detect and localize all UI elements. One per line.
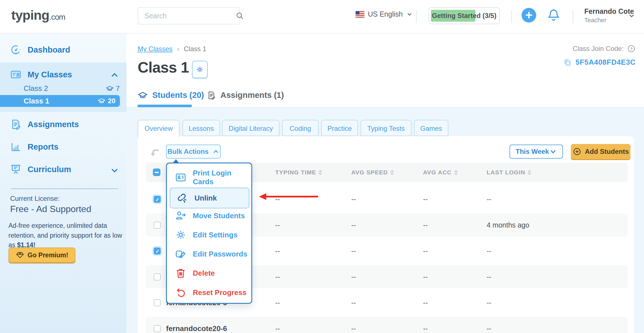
row-checkbox[interactable] xyxy=(154,325,161,332)
circle-plus-icon xyxy=(573,147,582,156)
sidebar-class-1-selected[interactable]: Class 1 20 xyxy=(0,95,120,107)
active-tab-underline xyxy=(138,105,192,107)
menu-item-move-students[interactable]: Move Students xyxy=(167,209,251,222)
svg-text:?: ? xyxy=(630,46,632,51)
tab-assignments-label: Assignments (1) xyxy=(220,91,284,100)
date-range-value: This Week xyxy=(516,148,549,156)
breadcrumb-current: Class 1 xyxy=(184,45,206,53)
sidebar-item-reports[interactable]: Reports xyxy=(10,141,59,152)
menu-label: Edit Settings xyxy=(193,231,238,239)
menu-item-unlink[interactable]: Unlink xyxy=(170,188,249,208)
breadcrumb-my-classes-link[interactable]: My Classes xyxy=(138,45,173,53)
trash-icon xyxy=(175,267,187,279)
plus-icon: + xyxy=(525,9,533,21)
curriculum-expand-chevron-icon[interactable] xyxy=(110,167,119,174)
row-checkbox[interactable] xyxy=(154,299,161,306)
breadcrumb: My Classes › Class 1 xyxy=(138,45,206,53)
subtab-practice[interactable]: Practice xyxy=(321,120,358,136)
add-students-button[interactable]: Add Students xyxy=(571,144,630,159)
user-menu-chevron-icon[interactable] xyxy=(628,12,636,20)
add-students-label: Add Students xyxy=(585,148,629,156)
user-menu[interactable]: Fernando Cote Teacher xyxy=(584,7,634,24)
row-checkbox[interactable] xyxy=(154,196,161,203)
subtab-lessons-label: Lessons xyxy=(189,125,214,132)
getting-started-progress[interactable]: Getting Started (3/5) xyxy=(428,7,500,24)
menu-label: Edit Passwords xyxy=(193,250,247,258)
search-input[interactable] xyxy=(144,12,236,20)
sidebar-item-my-classes[interactable]: My Classes xyxy=(10,69,72,80)
breadcrumb-separator: › xyxy=(177,45,179,53)
apply-to-selected-arrow-icon xyxy=(148,147,160,159)
date-range-select[interactable]: This Week xyxy=(509,145,563,159)
subtab-overview[interactable]: Overview xyxy=(138,120,180,137)
language-selector[interactable]: US English xyxy=(355,10,413,18)
row-checkbox[interactable] xyxy=(154,248,161,255)
column-avg-speed[interactable]: AVG SPEED xyxy=(351,163,394,182)
go-premium-button[interactable]: Go Premium! xyxy=(8,248,75,263)
menu-item-edit-settings[interactable]: Edit Settings xyxy=(167,228,251,242)
menu-label: Reset Progress xyxy=(193,288,247,297)
sidebar-class-2[interactable]: Class 2 7 xyxy=(24,84,120,93)
subtab-lessons[interactable]: Lessons xyxy=(182,120,220,136)
row-checkbox[interactable] xyxy=(154,273,161,280)
bulk-actions-button[interactable]: Bulk Actions xyxy=(166,145,221,159)
bulk-actions-label: Bulk Actions xyxy=(167,148,209,156)
select-all-checkbox-indeterminate[interactable] xyxy=(153,168,160,176)
getting-started-label: Getting Started (3/5) xyxy=(429,8,499,24)
sidebar-item-assignments[interactable]: Assignments xyxy=(10,119,79,130)
sidebar-label-my-classes: My Classes xyxy=(28,70,72,79)
sort-arrows-icon[interactable] xyxy=(390,170,394,175)
help-question-icon[interactable]: ? xyxy=(627,44,636,53)
sidebar: Dashboard My Classes Class 2 7 Class 1 2… xyxy=(0,33,126,333)
menu-notch xyxy=(173,159,179,163)
subtab-typing-tests[interactable]: Typing Tests xyxy=(361,120,412,136)
menu-item-delete[interactable]: Delete xyxy=(167,266,251,280)
class-settings-button[interactable] xyxy=(192,61,208,78)
topbar-divider xyxy=(511,10,512,23)
subtab-digital-literacy[interactable]: Digital Literacy xyxy=(222,120,279,136)
top-bar: typing.com US English Getting Started (3… xyxy=(0,0,644,33)
arrow-line xyxy=(266,196,318,197)
menu-item-edit-passwords[interactable]: Edit Passwords xyxy=(167,247,251,261)
sidebar-item-curriculum[interactable]: Curriculum xyxy=(10,164,71,175)
student-row: fernandocote20-6 -------- xyxy=(146,316,628,333)
tab-students[interactable]: Students (20) xyxy=(138,91,204,100)
sort-arrows-icon[interactable] xyxy=(454,170,458,175)
sidebar-label-curriculum: Curriculum xyxy=(28,165,71,174)
menu-item-print-login-cards[interactable]: Print Login Cards xyxy=(167,171,251,184)
column-typing-time[interactable]: TYPING TIME xyxy=(275,163,322,182)
notifications-button[interactable] xyxy=(546,7,561,23)
class-2-label: Class 2 xyxy=(24,84,48,93)
assignment-document-icon xyxy=(207,91,216,100)
bar-chart-icon xyxy=(10,141,21,152)
column-avg-acc[interactable]: AVG ACC xyxy=(423,163,458,182)
gear-icon xyxy=(175,229,187,241)
bell-icon xyxy=(546,7,561,23)
sort-arrows-icon[interactable] xyxy=(527,170,531,175)
chevron-up-icon xyxy=(213,149,219,154)
us-flag-icon xyxy=(355,11,365,18)
tabs-bottom-border xyxy=(126,107,644,108)
typing-com-logo[interactable]: typing.com xyxy=(11,7,65,23)
tab-assignments[interactable]: Assignments (1) xyxy=(207,91,284,100)
menu-label: Move Students xyxy=(193,212,245,220)
row-checkbox[interactable] xyxy=(154,222,161,229)
search-box[interactable] xyxy=(138,7,240,24)
subtab-coding[interactable]: Coding xyxy=(282,120,319,136)
chevron-down-icon xyxy=(406,11,413,18)
sidebar-item-dashboard[interactable]: Dashboard xyxy=(10,44,70,55)
my-classes-collapse-chevron-icon[interactable] xyxy=(110,72,119,78)
copy-icon[interactable] xyxy=(563,58,572,67)
quick-add-button[interactable]: + xyxy=(522,8,536,22)
sidebar-divider xyxy=(11,188,118,189)
sort-arrows-icon[interactable] xyxy=(318,170,322,175)
class-join-code[interactable]: 5F5A408FD4E3C xyxy=(563,58,636,67)
menu-item-reset-progress[interactable]: Reset Progress xyxy=(167,286,251,299)
language-label: US English xyxy=(368,10,403,18)
subtab-games[interactable]: Games xyxy=(414,120,448,136)
presentation-board-icon xyxy=(10,164,21,175)
class-2-student-count: 7 xyxy=(116,85,120,93)
user-role: Teacher xyxy=(584,17,634,24)
gear-icon xyxy=(196,65,204,74)
column-last-login[interactable]: LAST LOGIN xyxy=(487,163,531,182)
